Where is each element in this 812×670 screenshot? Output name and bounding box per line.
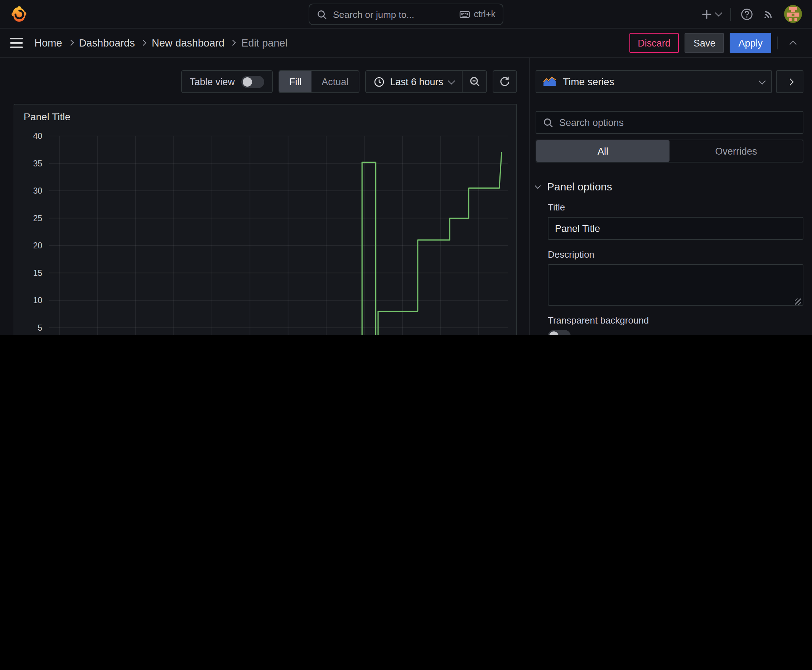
title-field-label: Title	[548, 202, 804, 213]
top-bar-actions	[701, 5, 802, 23]
discard-button[interactable]: Discard	[629, 33, 679, 53]
global-search-input[interactable]	[333, 9, 453, 20]
news-button[interactable]	[763, 8, 775, 20]
mega-menu-icon[interactable]	[10, 38, 23, 47]
chevron-down-icon	[535, 183, 541, 189]
search-shortcut: ctrl+k	[459, 8, 495, 20]
visualization-name: Time series	[563, 76, 614, 87]
visualization-picker[interactable]: Time series	[536, 70, 772, 93]
svg-text:5: 5	[37, 323, 42, 333]
user-avatar[interactable]	[784, 5, 802, 23]
search-icon	[317, 9, 327, 20]
plus-icon	[701, 8, 712, 20]
chevron-right-icon	[68, 40, 73, 46]
time-range-picker[interactable]: Last 6 hours	[366, 76, 462, 87]
help-button[interactable]	[741, 7, 753, 20]
chevron-right-icon	[140, 40, 146, 46]
add-new-button[interactable]	[701, 8, 721, 20]
svg-text:40: 40	[33, 131, 42, 140]
chevron-down-icon	[715, 9, 722, 17]
top-bar: ctrl+k	[0, 0, 812, 29]
fit-mode-segmented: Fill Actual	[278, 70, 359, 93]
save-button[interactable]: Save	[685, 33, 724, 53]
breadcrumb-edit-panel: Edit panel	[241, 37, 288, 49]
section-panel-options[interactable]: Panel options	[536, 180, 804, 193]
chevron-right-icon	[230, 40, 236, 46]
chart-panel[interactable]: Panel Title 051015202530354015:3016:0016…	[14, 104, 517, 335]
options-pane: Time series All Overrides Panel options …	[529, 58, 812, 335]
svg-text:30: 30	[33, 186, 42, 195]
panel-toolbar: Table view Fill Actual Last 6 hours	[0, 70, 517, 93]
divider	[731, 7, 731, 20]
global-search[interactable]: ctrl+k	[309, 3, 503, 25]
svg-text:25: 25	[33, 214, 42, 223]
main-area: Table view Fill Actual Last 6 hours	[0, 58, 529, 335]
description-textarea[interactable]	[548, 264, 804, 306]
filter-overrides-option[interactable]: Overrides	[670, 140, 803, 162]
svg-text:20: 20	[33, 241, 42, 250]
clock-icon	[373, 76, 384, 87]
timeseries-viz-icon	[543, 76, 556, 86]
panel-title: Panel Title	[24, 111, 71, 122]
breadcrumb: Home Dashboards New dashboard Edit panel	[34, 37, 288, 49]
divider	[777, 37, 778, 49]
time-range-control: Last 6 hours	[365, 70, 487, 93]
transparent-bg-label: Transparent background	[548, 315, 804, 326]
keyboard-icon	[459, 8, 470, 20]
fit-actual-option[interactable]: Actual	[312, 71, 358, 92]
panel-actions: Discard Save Apply	[629, 33, 802, 53]
time-series-chart[interactable]: 051015202530354015:3016:0016:3017:0017:3…	[14, 129, 518, 335]
grafana-logo[interactable]	[10, 5, 29, 23]
grafana-edit-panel-app: ctrl+k	[0, 0, 812, 335]
help-icon	[741, 7, 753, 20]
table-view-label: Table view	[190, 76, 235, 87]
transparent-bg-toggle[interactable]	[548, 330, 571, 335]
body: Table view Fill Actual Last 6 hours	[0, 58, 812, 335]
table-view-toggle[interactable]	[241, 76, 264, 88]
options-search-input[interactable]	[559, 117, 796, 128]
toggle-viz-pane-button[interactable]	[776, 70, 804, 93]
filter-all-option[interactable]: All	[536, 140, 670, 162]
zoom-out-button[interactable]	[462, 71, 486, 92]
refresh-button[interactable]	[493, 70, 517, 93]
svg-text:15: 15	[33, 269, 42, 278]
fit-fill-option[interactable]: Fill	[279, 71, 312, 92]
rss-icon	[763, 8, 775, 20]
options-search[interactable]	[536, 111, 804, 134]
breadcrumb-home[interactable]: Home	[34, 37, 62, 49]
breadcrumb-dashboards[interactable]: Dashboards	[79, 37, 135, 49]
svg-text:10: 10	[33, 296, 42, 305]
table-view-control: Table view	[181, 70, 273, 93]
panel-title-input[interactable]	[548, 217, 804, 240]
options-filter-segmented: All Overrides	[536, 140, 804, 162]
search-icon	[543, 117, 554, 128]
description-field-label: Description	[548, 249, 804, 260]
breadcrumb-new-dashboard[interactable]: New dashboard	[152, 37, 224, 49]
zoom-out-icon	[469, 76, 480, 87]
nav-bar: Home Dashboards New dashboard Edit panel…	[0, 29, 812, 58]
svg-text:35: 35	[33, 159, 42, 168]
collapse-options-button[interactable]	[783, 34, 802, 52]
refresh-icon	[499, 76, 510, 87]
apply-button[interactable]: Apply	[730, 33, 771, 53]
